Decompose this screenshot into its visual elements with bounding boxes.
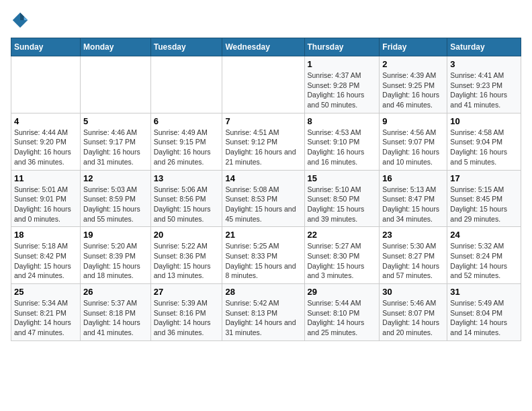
day-number: 20 [154, 230, 220, 240]
calendar-week-2: 4Sunrise: 4:44 AM Sunset: 9:20 PM Daylig… [11, 113, 521, 170]
calendar-week-3: 11Sunrise: 5:01 AM Sunset: 9:01 PM Dayli… [11, 170, 521, 227]
calendar-cell: 12Sunrise: 5:03 AM Sunset: 8:59 PM Dayli… [81, 170, 151, 227]
calendar-cell: 28Sunrise: 5:42 AM Sunset: 8:13 PM Dayli… [222, 284, 304, 341]
cell-content: Sunrise: 5:06 AM Sunset: 8:56 PM Dayligh… [154, 185, 220, 224]
day-header-wednesday: Wednesday [222, 38, 304, 56]
day-number: 27 [154, 287, 220, 297]
cell-content: Sunrise: 4:37 AM Sunset: 9:28 PM Dayligh… [308, 71, 377, 110]
day-number: 29 [308, 287, 377, 297]
day-number: 19 [83, 230, 148, 240]
calendar-cell: 13Sunrise: 5:06 AM Sunset: 8:56 PM Dayli… [150, 170, 222, 227]
cell-content: Sunrise: 5:13 AM Sunset: 8:47 PM Dayligh… [382, 185, 444, 224]
day-number: 31 [450, 287, 518, 297]
cell-content: Sunrise: 5:10 AM Sunset: 8:50 PM Dayligh… [308, 185, 377, 224]
cell-content: Sunrise: 5:44 AM Sunset: 8:10 PM Dayligh… [308, 298, 377, 338]
day-number: 21 [225, 230, 301, 240]
day-number: 26 [83, 287, 148, 297]
day-number: 2 [382, 59, 444, 69]
calendar-cell: 21Sunrise: 5:25 AM Sunset: 8:33 PM Dayli… [222, 227, 304, 284]
calendar-cell: 11Sunrise: 5:01 AM Sunset: 9:01 PM Dayli… [11, 170, 81, 227]
calendar-cell: 8Sunrise: 4:53 AM Sunset: 9:10 PM Daylig… [304, 113, 380, 170]
day-number: 22 [308, 230, 377, 240]
calendar-cell: 31Sunrise: 5:49 AM Sunset: 8:04 PM Dayli… [447, 284, 521, 341]
day-number: 30 [382, 287, 444, 297]
calendar-cell: 18Sunrise: 5:18 AM Sunset: 8:42 PM Dayli… [11, 227, 81, 284]
cell-content: Sunrise: 4:39 AM Sunset: 9:25 PM Dayligh… [382, 71, 444, 110]
page-header [11, 11, 521, 30]
cell-content: Sunrise: 4:41 AM Sunset: 9:23 PM Dayligh… [450, 71, 518, 110]
day-header-sunday: Sunday [11, 38, 81, 56]
day-number: 16 [382, 173, 444, 183]
cell-content: Sunrise: 4:51 AM Sunset: 9:12 PM Dayligh… [225, 128, 301, 167]
calendar-cell: 15Sunrise: 5:10 AM Sunset: 8:50 PM Dayli… [304, 170, 380, 227]
day-header-tuesday: Tuesday [150, 38, 222, 56]
calendar-cell: 23Sunrise: 5:30 AM Sunset: 8:27 PM Dayli… [380, 227, 447, 284]
day-number: 5 [83, 116, 148, 126]
day-number: 17 [450, 173, 518, 183]
day-number: 3 [450, 59, 518, 69]
calendar-cell [150, 56, 222, 113]
cell-content: Sunrise: 5:18 AM Sunset: 8:42 PM Dayligh… [14, 241, 77, 281]
calendar-cell [11, 56, 81, 113]
calendar-cell [222, 56, 304, 113]
calendar-cell: 29Sunrise: 5:44 AM Sunset: 8:10 PM Dayli… [304, 284, 380, 341]
calendar-cell: 24Sunrise: 5:32 AM Sunset: 8:24 PM Dayli… [447, 227, 521, 284]
calendar-cell: 17Sunrise: 5:15 AM Sunset: 8:45 PM Dayli… [447, 170, 521, 227]
day-number: 25 [14, 287, 77, 297]
calendar-cell: 1Sunrise: 4:37 AM Sunset: 9:28 PM Daylig… [304, 56, 380, 113]
cell-content: Sunrise: 4:46 AM Sunset: 9:17 PM Dayligh… [83, 128, 148, 167]
day-number: 24 [450, 230, 518, 240]
day-header-saturday: Saturday [447, 38, 521, 56]
cell-content: Sunrise: 4:58 AM Sunset: 9:04 PM Dayligh… [450, 128, 518, 167]
calendar-cell: 16Sunrise: 5:13 AM Sunset: 8:47 PM Dayli… [380, 170, 447, 227]
calendar-cell: 14Sunrise: 5:08 AM Sunset: 8:53 PM Dayli… [222, 170, 304, 227]
cell-content: Sunrise: 5:39 AM Sunset: 8:16 PM Dayligh… [154, 298, 220, 338]
calendar-cell: 26Sunrise: 5:37 AM Sunset: 8:18 PM Dayli… [81, 284, 151, 341]
calendar-cell: 7Sunrise: 4:51 AM Sunset: 9:12 PM Daylig… [222, 113, 304, 170]
calendar-cell: 2Sunrise: 4:39 AM Sunset: 9:25 PM Daylig… [380, 56, 447, 113]
calendar-cell: 25Sunrise: 5:34 AM Sunset: 8:21 PM Dayli… [11, 284, 81, 341]
cell-content: Sunrise: 5:46 AM Sunset: 8:07 PM Dayligh… [382, 298, 444, 338]
calendar-table: SundayMondayTuesdayWednesdayThursdayFrid… [11, 38, 521, 341]
cell-content: Sunrise: 5:27 AM Sunset: 8:30 PM Dayligh… [308, 241, 377, 281]
calendar-week-5: 25Sunrise: 5:34 AM Sunset: 8:21 PM Dayli… [11, 284, 521, 341]
calendar-header-row: SundayMondayTuesdayWednesdayThursdayFrid… [11, 38, 521, 56]
cell-content: Sunrise: 4:56 AM Sunset: 9:07 PM Dayligh… [382, 128, 444, 167]
svg-marker-2 [24, 16, 28, 20]
logo-icon [11, 11, 30, 30]
cell-content: Sunrise: 5:03 AM Sunset: 8:59 PM Dayligh… [83, 185, 148, 224]
day-number: 9 [382, 116, 444, 126]
day-number: 14 [225, 173, 301, 183]
calendar-cell: 10Sunrise: 4:58 AM Sunset: 9:04 PM Dayli… [447, 113, 521, 170]
cell-content: Sunrise: 5:30 AM Sunset: 8:27 PM Dayligh… [382, 241, 444, 281]
cell-content: Sunrise: 5:20 AM Sunset: 8:39 PM Dayligh… [83, 241, 148, 281]
day-number: 13 [154, 173, 220, 183]
cell-content: Sunrise: 4:49 AM Sunset: 9:15 PM Dayligh… [154, 128, 220, 167]
calendar-cell: 5Sunrise: 4:46 AM Sunset: 9:17 PM Daylig… [81, 113, 151, 170]
cell-content: Sunrise: 5:49 AM Sunset: 8:04 PM Dayligh… [450, 298, 518, 338]
calendar-week-1: 1Sunrise: 4:37 AM Sunset: 9:28 PM Daylig… [11, 56, 521, 113]
cell-content: Sunrise: 5:08 AM Sunset: 8:53 PM Dayligh… [225, 185, 301, 224]
day-number: 15 [308, 173, 377, 183]
cell-content: Sunrise: 5:01 AM Sunset: 9:01 PM Dayligh… [14, 185, 77, 224]
day-header-monday: Monday [81, 38, 151, 56]
day-number: 4 [14, 116, 77, 126]
day-header-friday: Friday [380, 38, 447, 56]
calendar-cell: 19Sunrise: 5:20 AM Sunset: 8:39 PM Dayli… [81, 227, 151, 284]
calendar-cell: 9Sunrise: 4:56 AM Sunset: 9:07 PM Daylig… [380, 113, 447, 170]
calendar-week-4: 18Sunrise: 5:18 AM Sunset: 8:42 PM Dayli… [11, 227, 521, 284]
day-number: 10 [450, 116, 518, 126]
cell-content: Sunrise: 4:44 AM Sunset: 9:20 PM Dayligh… [14, 128, 77, 167]
day-number: 11 [14, 173, 77, 183]
calendar-cell: 27Sunrise: 5:39 AM Sunset: 8:16 PM Dayli… [150, 284, 222, 341]
svg-marker-1 [20, 13, 28, 20]
day-number: 7 [225, 116, 301, 126]
calendar-cell: 30Sunrise: 5:46 AM Sunset: 8:07 PM Dayli… [380, 284, 447, 341]
day-number: 23 [382, 230, 444, 240]
cell-content: Sunrise: 5:25 AM Sunset: 8:33 PM Dayligh… [225, 241, 301, 281]
cell-content: Sunrise: 5:42 AM Sunset: 8:13 PM Dayligh… [225, 298, 301, 338]
day-number: 28 [225, 287, 301, 297]
cell-content: Sunrise: 5:37 AM Sunset: 8:18 PM Dayligh… [83, 298, 148, 338]
calendar-cell: 3Sunrise: 4:41 AM Sunset: 9:23 PM Daylig… [447, 56, 521, 113]
day-number: 12 [83, 173, 148, 183]
